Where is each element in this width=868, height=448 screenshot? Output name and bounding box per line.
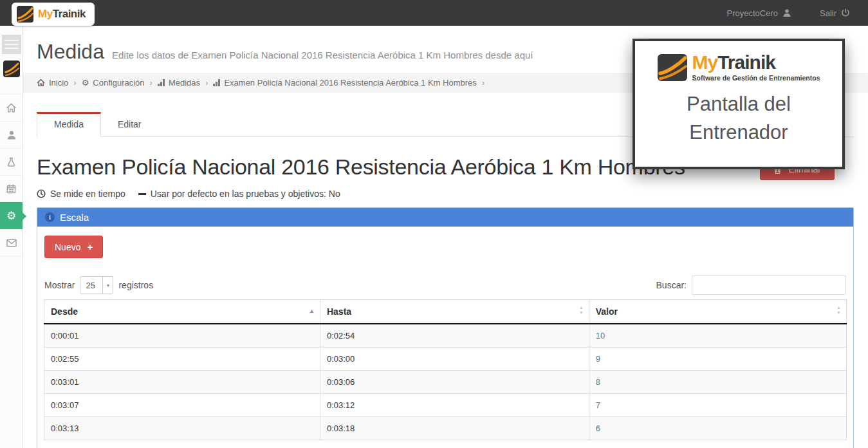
cell-valor: 9 — [589, 348, 846, 371]
sort-icon: ▲▼ — [579, 305, 584, 315]
cell-hasta: 0:03:06 — [320, 371, 589, 394]
search-label: Buscar: — [656, 280, 687, 290]
sidebar-item-settings[interactable]: ⚙ — [0, 202, 23, 229]
chevron-right-icon: › — [205, 78, 208, 88]
sidebar-item-messages[interactable] — [0, 229, 23, 256]
breadcrumb-configuracion[interactable]: ⚙ Configuración — [82, 78, 145, 88]
sidebar-menu-toggle[interactable] — [2, 35, 21, 54]
sort-icon: ▲▼ — [836, 305, 841, 315]
breadcrumb-home[interactable]: Inicio — [37, 78, 68, 88]
valor-link[interactable]: 7 — [596, 400, 600, 410]
chevron-right-icon: › — [150, 78, 152, 88]
plus-icon: + — [87, 241, 93, 252]
cell-valor: 8 — [589, 371, 846, 394]
column-header-desde[interactable]: Desde ▲ — [44, 300, 320, 324]
page-size-select[interactable]: 25 ▼ — [80, 276, 113, 294]
brand-tagline: Software de Gestión de Entrenamientos — [692, 74, 820, 82]
overlay-caption: Pantalla del Entrenador — [635, 90, 842, 147]
sidebar-item-tests[interactable] — [0, 148, 23, 175]
cell-hasta: 0:03:18 — [320, 417, 589, 440]
clock-icon — [37, 189, 46, 198]
cell-hasta: 0:03:00 — [320, 348, 589, 371]
table-row: 0:03:07 0:03:12 7 — [44, 394, 847, 417]
sidebar-item-calendar[interactable] — [0, 175, 23, 202]
brand-name: MyTrainik — [692, 53, 820, 72]
search-input[interactable] — [692, 275, 846, 295]
top-bar: MyTrainik ProyectoCero Salir — [0, 0, 868, 26]
sidebar-item-home[interactable] — [0, 94, 23, 121]
sidebar: ⚙ — [0, 26, 23, 448]
column-header-valor[interactable]: Valor ▲▼ — [589, 300, 846, 324]
gear-icon: ⚙ — [82, 79, 89, 87]
tab-editar[interactable]: Editar — [101, 112, 158, 137]
chart-icon — [213, 79, 220, 86]
cell-valor: 10 — [589, 324, 846, 348]
panel-title: Escala — [60, 212, 89, 223]
home-icon — [6, 102, 17, 113]
flag-default-usage: Usar por defecto en las pruebas y objeti… — [138, 189, 340, 199]
brand-swoosh-icon — [658, 54, 687, 81]
user-menu[interactable]: ProyectoCero — [727, 8, 791, 18]
cell-desde: 0:00:01 — [44, 324, 320, 348]
mail-icon — [6, 239, 17, 247]
new-button[interactable]: Nuevo + — [44, 236, 103, 258]
breadcrumb-current-measure[interactable]: Examen Policía Nacional 2016 Resistencia… — [213, 78, 476, 88]
table-row: 0:00:01 0:02:54 10 — [44, 324, 847, 348]
cell-valor: 7 — [589, 394, 846, 417]
chevron-right-icon: › — [482, 78, 485, 88]
cell-hasta: 0:03:12 — [320, 394, 589, 417]
show-label: Mostrar — [44, 280, 75, 290]
measure-heading: Examen Policía Nacional 2016 Resistencia… — [37, 154, 685, 180]
column-header-hasta[interactable]: Hasta ▲▼ — [320, 300, 589, 324]
scale-panel-header: i Escala — [37, 208, 853, 227]
table-row: 0:03:13 0:03:18 6 — [44, 417, 847, 440]
caret-down-icon: ▼ — [102, 277, 113, 294]
table-row: 0:03:01 0:03:06 8 — [44, 371, 847, 394]
page-title: Medida — [37, 40, 104, 64]
flask-icon — [6, 157, 16, 167]
dash-icon — [138, 193, 146, 195]
logout-link[interactable]: Salir — [820, 8, 850, 18]
cell-hasta: 0:02:54 — [320, 324, 589, 348]
tab-medida[interactable]: Medida — [37, 112, 101, 137]
scale-table: Desde ▲ Hasta ▲▼ Valor ▲▼ — [44, 299, 847, 440]
valor-link[interactable]: 9 — [596, 354, 600, 364]
chevron-right-icon: › — [73, 78, 76, 88]
trainer-screen-badge: MyTrainik Software de Gestión de Entrena… — [633, 39, 845, 169]
sidebar-brand-icon[interactable] — [3, 61, 20, 77]
cell-desde: 0:03:13 — [44, 417, 320, 440]
cell-desde: 0:02:55 — [44, 348, 320, 371]
table-row: 0:02:55 0:03:00 9 — [44, 348, 847, 371]
records-label: registros — [118, 280, 153, 290]
cell-desde: 0:03:07 — [44, 394, 320, 417]
brand-name: MyTrainik — [38, 8, 86, 21]
valor-link[interactable]: 6 — [596, 424, 600, 433]
user-name: ProyectoCero — [727, 8, 778, 18]
power-icon — [841, 8, 850, 17]
brand-logo[interactable]: MyTrainik — [12, 3, 95, 26]
flag-measured-in-time: Se mide en tiempo — [37, 189, 125, 199]
scale-panel: i Escala Nuevo + Mostrar 25 ▼ registros … — [37, 207, 854, 448]
cell-desde: 0:03:01 — [44, 371, 320, 394]
user-icon — [6, 130, 17, 140]
logout-label: Salir — [820, 8, 836, 18]
brand-swoosh-icon — [17, 6, 33, 23]
sort-asc-icon: ▲ — [309, 308, 315, 314]
valor-link[interactable]: 8 — [596, 377, 600, 387]
info-icon: i — [45, 212, 55, 222]
valor-link[interactable]: 10 — [596, 331, 605, 341]
cell-valor: 6 — [589, 417, 846, 440]
home-icon — [37, 79, 45, 87]
page-subtitle: Edite los datos de Examen Policía Nacion… — [112, 50, 533, 61]
chart-icon — [158, 79, 165, 86]
calendar-icon — [6, 184, 16, 194]
gear-icon: ⚙ — [6, 210, 16, 221]
sidebar-item-users[interactable] — [0, 121, 23, 148]
breadcrumb-medidas[interactable]: Medidas — [158, 78, 200, 88]
person-icon — [782, 8, 791, 17]
